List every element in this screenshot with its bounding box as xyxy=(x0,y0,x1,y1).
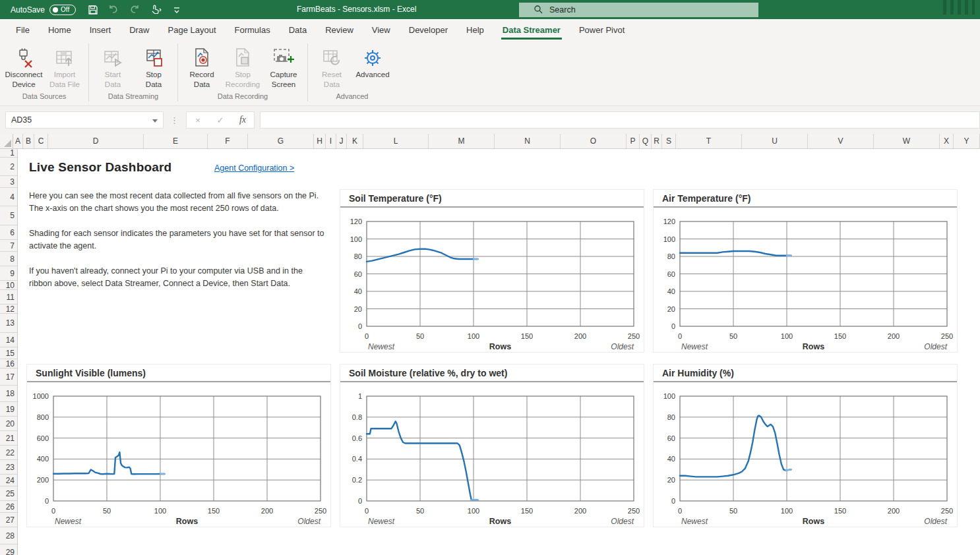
row-header-11[interactable]: 11 xyxy=(0,290,17,305)
column-header-B[interactable]: B xyxy=(23,134,34,148)
tab-page-layout[interactable]: Page Layout xyxy=(159,20,226,41)
start-data-button: StartData xyxy=(93,44,133,90)
row-header-14[interactable]: 14 xyxy=(0,333,17,347)
row-header-7[interactable]: 7 xyxy=(0,240,17,252)
ribbon-tab-bar: FileHomeInsertDrawPage LayoutFormulasDat… xyxy=(0,19,980,41)
tab-formulas[interactable]: Formulas xyxy=(226,20,280,41)
row-header-29[interactable]: 29 xyxy=(0,544,17,555)
row-header-5[interactable]: 5 xyxy=(0,206,17,225)
column-header-P[interactable]: P xyxy=(627,134,640,148)
name-box-dropdown-icon[interactable] xyxy=(152,119,158,123)
row-header-24[interactable]: 24 xyxy=(0,475,17,486)
row-header-23[interactable]: 23 xyxy=(0,460,17,475)
row-header-17[interactable]: 17 xyxy=(0,368,17,386)
column-header-C[interactable]: C xyxy=(34,134,48,148)
insert-function-button[interactable]: fx xyxy=(231,115,254,125)
svg-text:250: 250 xyxy=(315,507,326,515)
agent-configuration-link[interactable]: Agent Configuration > xyxy=(214,163,294,173)
column-header-F[interactable]: F xyxy=(208,134,248,148)
autosave-toggle[interactable]: Off xyxy=(49,5,76,15)
tab-review[interactable]: Review xyxy=(316,20,363,41)
disconnect-device-button[interactable]: DisconnectDevice xyxy=(4,44,44,90)
sunlight-visible-chart[interactable]: Sunlight Visible (lumens) 02004006008001… xyxy=(26,364,331,527)
column-header-Q[interactable]: Q xyxy=(640,134,652,148)
row-header-16[interactable]: 16 xyxy=(0,359,17,368)
row-header-6[interactable]: 6 xyxy=(0,225,17,240)
name-box[interactable]: AD35 xyxy=(5,111,164,129)
chart-line xyxy=(680,251,791,256)
row-header-10[interactable]: 10 xyxy=(0,281,17,290)
row-header-3[interactable]: 3 xyxy=(0,176,17,188)
row-header-4[interactable]: 4 xyxy=(0,188,17,206)
select-all-corner[interactable] xyxy=(0,134,13,148)
column-header-I[interactable]: I xyxy=(326,134,336,148)
row-header-21[interactable]: 21 xyxy=(0,431,17,446)
row-header-26[interactable]: 26 xyxy=(0,501,17,513)
svg-text:250: 250 xyxy=(941,507,953,515)
row-header-19[interactable]: 19 xyxy=(0,402,17,417)
advanced-button[interactable]: Advanced xyxy=(353,44,392,80)
column-header-U[interactable]: U xyxy=(742,134,808,148)
tab-home[interactable]: Home xyxy=(39,20,80,41)
row-header-8[interactable]: 8 xyxy=(0,252,17,266)
search-box[interactable]: Search xyxy=(519,3,758,17)
air-temperature-chart[interactable]: Air Temperature (°F) 0204060801001200501… xyxy=(653,189,958,353)
tab-insert[interactable]: Insert xyxy=(80,20,121,41)
tab-draw[interactable]: Draw xyxy=(120,20,158,41)
column-header-S[interactable]: S xyxy=(662,134,676,148)
customize-qat-icon[interactable] xyxy=(172,5,181,15)
row-header-27[interactable]: 27 xyxy=(0,513,17,527)
svg-text:200: 200 xyxy=(574,332,586,340)
soil-temperature-chart[interactable]: Soil Temperature (°F) 020406080100120050… xyxy=(340,189,644,353)
row-header-28[interactable]: 28 xyxy=(0,527,17,544)
row-header-9[interactable]: 9 xyxy=(0,266,17,281)
soil-moisture-chart[interactable]: Soil Moisture (relative %, dry to wet) 0… xyxy=(340,364,644,527)
button-label-line: Data xyxy=(105,80,121,88)
row-header-22[interactable]: 22 xyxy=(0,446,17,460)
row-header-18[interactable]: 18 xyxy=(0,386,17,402)
record-data-button[interactable]: RecordData xyxy=(182,44,222,90)
save-icon[interactable] xyxy=(88,5,98,15)
formula-input[interactable] xyxy=(260,111,980,129)
row-header-25[interactable]: 25 xyxy=(0,486,17,501)
column-header-X[interactable]: X xyxy=(940,134,954,148)
column-header-K[interactable]: K xyxy=(347,134,363,148)
svg-text:Rows: Rows xyxy=(803,517,824,526)
column-header-A[interactable]: A xyxy=(13,134,23,148)
column-header-R[interactable]: R xyxy=(652,134,662,148)
tab-developer[interactable]: Developer xyxy=(400,20,457,41)
column-header-L[interactable]: L xyxy=(363,134,429,148)
column-header-E[interactable]: E xyxy=(144,134,208,148)
touch-mode-icon[interactable] xyxy=(150,5,163,15)
column-header-N[interactable]: N xyxy=(495,134,561,148)
tab-power-pivot[interactable]: Power Pivot xyxy=(570,20,634,41)
capture-screen-button[interactable]: CaptureScreen xyxy=(264,44,303,90)
row-header-15[interactable]: 15 xyxy=(0,347,17,359)
tab-view[interactable]: View xyxy=(363,20,400,41)
row-header-13[interactable]: 13 xyxy=(0,314,17,333)
column-header-J[interactable]: J xyxy=(336,134,347,148)
column-header-V[interactable]: V xyxy=(808,134,874,148)
column-header-M[interactable]: M xyxy=(429,134,495,148)
column-header-W[interactable]: W xyxy=(874,134,940,148)
row-header-1[interactable]: 1 xyxy=(0,149,17,158)
row-header-20[interactable]: 20 xyxy=(0,417,17,431)
svg-text:100: 100 xyxy=(781,332,793,340)
tab-data-streamer[interactable]: Data Streamer xyxy=(493,20,570,41)
undo-icon xyxy=(107,5,119,15)
stop-data-button[interactable]: StopData xyxy=(134,44,173,90)
air-humidity-chart[interactable]: Air Humidity (%) 02040608010005010015020… xyxy=(653,364,958,527)
tab-data[interactable]: Data xyxy=(280,20,316,41)
column-header-H[interactable]: H xyxy=(314,134,326,148)
column-header-Y[interactable]: Y xyxy=(954,134,980,148)
column-header-O[interactable]: O xyxy=(561,134,627,148)
column-header-T[interactable]: T xyxy=(676,134,742,148)
svg-text:60: 60 xyxy=(667,270,675,278)
column-header-D[interactable]: D xyxy=(48,134,144,148)
row-header-2[interactable]: 2 xyxy=(0,158,17,176)
tab-help[interactable]: Help xyxy=(457,20,493,41)
tab-file[interactable]: File xyxy=(7,20,39,41)
row-header-12[interactable]: 12 xyxy=(0,305,17,314)
svg-text:0: 0 xyxy=(51,507,55,515)
column-header-G[interactable]: G xyxy=(248,134,314,148)
